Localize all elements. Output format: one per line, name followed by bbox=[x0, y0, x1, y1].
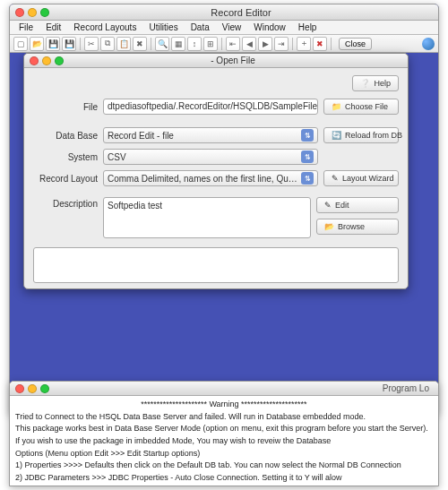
menubar: File Edit Record Layouts Utilities Data … bbox=[10, 21, 438, 35]
browse-button[interactable]: 📂Browse bbox=[316, 219, 399, 235]
status-indicator-icon bbox=[422, 38, 435, 50]
layout-wizard-button[interactable]: ✎Layout Wizard bbox=[323, 170, 399, 186]
menu-data[interactable]: Data bbox=[185, 21, 215, 33]
last-icon[interactable]: ⇥ bbox=[274, 37, 289, 51]
copy-icon[interactable]: ⧉ bbox=[100, 37, 115, 51]
open-file-dialog: - Open File ❔Help File dtpediasoftpedia/… bbox=[23, 53, 409, 289]
log-line: multiple versions of the RecordEditor to… bbox=[15, 486, 433, 486]
description-label: Description bbox=[33, 197, 98, 209]
edit-button[interactable]: ✎Edit bbox=[316, 197, 399, 213]
system-combo[interactable]: CSV⇅ bbox=[103, 149, 318, 165]
main-window: Record Editor File Edit Record Layouts U… bbox=[9, 4, 439, 416]
menu-utilities[interactable]: Utilities bbox=[143, 21, 183, 33]
log-body[interactable]: ********************* Warning **********… bbox=[10, 396, 438, 486]
open-file-titlebar: - Open File bbox=[24, 54, 408, 68]
first-icon[interactable]: ⇤ bbox=[226, 37, 240, 51]
save-as-icon[interactable]: 💾 bbox=[62, 37, 76, 51]
cut-icon[interactable]: ✂ bbox=[84, 37, 99, 51]
message-area bbox=[33, 247, 399, 283]
browse-icon: 📂 bbox=[324, 222, 334, 231]
sort-icon[interactable]: ↕ bbox=[187, 37, 202, 51]
description-textarea[interactable]: Softpedia test bbox=[103, 197, 311, 238]
zoom-window-icon[interactable] bbox=[40, 8, 49, 17]
save-icon[interactable]: 💾 bbox=[46, 37, 60, 51]
menu-view[interactable]: View bbox=[217, 21, 247, 33]
database-label: Data Base bbox=[33, 131, 98, 141]
log-zoom-icon[interactable] bbox=[40, 384, 49, 393]
menu-help[interactable]: Help bbox=[293, 21, 323, 33]
tree-icon[interactable]: ⊞ bbox=[203, 37, 218, 51]
find-icon[interactable]: 🔍 bbox=[155, 37, 169, 51]
dialog-zoom-icon[interactable] bbox=[55, 56, 64, 65]
filter-icon[interactable]: ▦ bbox=[171, 37, 185, 51]
delete-icon[interactable]: ✖ bbox=[133, 37, 147, 51]
menu-window[interactable]: Window bbox=[248, 21, 291, 33]
log-window: Program Lo ********************* Warning… bbox=[9, 381, 439, 486]
log-line: 2) JDBC Parameters >>> JDBC Properties -… bbox=[15, 473, 433, 484]
log-close-icon[interactable] bbox=[15, 384, 24, 393]
log-line: Tried to Connect to the HSQL Data Base S… bbox=[15, 412, 433, 423]
record-layout-label: Record Layout bbox=[33, 174, 98, 184]
add-icon[interactable]: ＋ bbox=[297, 37, 311, 51]
workspace: - Open File ❔Help File dtpediasoftpedia/… bbox=[10, 53, 438, 415]
paste-icon[interactable]: 📋 bbox=[116, 37, 131, 51]
dialog-close-icon[interactable] bbox=[30, 56, 39, 65]
toolbar: ▢ 📂 💾 💾 ✂ ⧉ 📋 ✖ 🔍 ▦ ↕ ⊞ ⇤ ◀ ▶ ⇥ ＋ ✖ Clos… bbox=[10, 35, 438, 53]
file-label: File bbox=[33, 102, 98, 112]
chevron-down-icon: ⇅ bbox=[301, 129, 314, 142]
app-title: Record Editor bbox=[49, 7, 433, 18]
menu-record-layouts[interactable]: Record Layouts bbox=[68, 21, 142, 33]
prev-icon[interactable]: ◀ bbox=[242, 37, 256, 51]
dialog-minimize-icon[interactable] bbox=[42, 56, 51, 65]
log-titlebar: Program Lo bbox=[10, 382, 438, 396]
log-line: This package works best in Data Base Ser… bbox=[15, 424, 433, 434]
help-icon: ❔ bbox=[360, 79, 370, 88]
minimize-window-icon[interactable] bbox=[28, 8, 37, 17]
record-layout-combo[interactable]: Comma Delimited, names on the first line… bbox=[103, 170, 318, 186]
next-icon[interactable]: ▶ bbox=[258, 37, 272, 51]
menu-edit[interactable]: Edit bbox=[40, 21, 66, 33]
menu-file[interactable]: File bbox=[13, 21, 39, 33]
system-label: System bbox=[33, 152, 98, 162]
file-input[interactable]: dtpediasoftpedia/.RecordEditor/HSQLDB/Sa… bbox=[103, 99, 318, 115]
choose-file-button[interactable]: 📁Choose File bbox=[323, 99, 399, 115]
edit-icon: ✎ bbox=[324, 201, 332, 210]
folder-icon: 📁 bbox=[332, 102, 341, 111]
main-titlebar: Record Editor bbox=[10, 4, 438, 21]
log-line: If you wish to use the package in imbedd… bbox=[15, 436, 433, 447]
remove-icon[interactable]: ✖ bbox=[313, 37, 327, 51]
close-window-icon[interactable] bbox=[15, 8, 24, 17]
log-line: Options (Menu option Edit >>> Edit Start… bbox=[15, 449, 433, 460]
open-file-title: - Open File bbox=[64, 56, 402, 65]
help-button[interactable]: ❔Help bbox=[352, 75, 399, 91]
log-line: 1) Properties >>>> Defaults then click o… bbox=[15, 460, 433, 471]
new-file-icon[interactable]: ▢ bbox=[13, 37, 28, 51]
close-button[interactable]: Close bbox=[339, 38, 372, 50]
open-file-icon[interactable]: 📂 bbox=[30, 37, 44, 51]
chevron-down-icon: ⇅ bbox=[301, 172, 314, 185]
log-title-text: Program Lo bbox=[49, 383, 433, 393]
wizard-icon: ✎ bbox=[332, 174, 339, 183]
reload-icon: 🔄 bbox=[332, 131, 341, 140]
log-line: ********************* Warning **********… bbox=[15, 400, 433, 410]
chevron-down-icon: ⇅ bbox=[301, 150, 314, 163]
log-minimize-icon[interactable] bbox=[28, 384, 37, 393]
reload-button[interactable]: 🔄Reload from DB bbox=[323, 127, 399, 143]
database-combo[interactable]: Record Edit - file⇅ bbox=[103, 127, 318, 143]
